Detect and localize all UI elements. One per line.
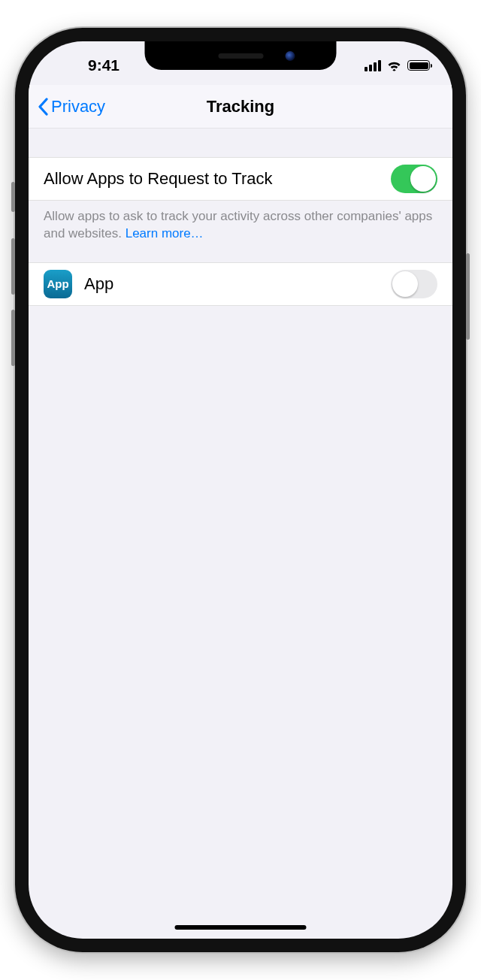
side-button bbox=[11, 182, 15, 212]
nav-bar: Privacy Tracking bbox=[29, 85, 452, 129]
speaker-grille bbox=[218, 53, 263, 59]
status-indicators bbox=[325, 56, 430, 71]
notch bbox=[145, 41, 337, 70]
page-title: Tracking bbox=[207, 97, 274, 116]
volume-down-button bbox=[11, 310, 15, 366]
battery-icon bbox=[407, 60, 430, 71]
allow-tracking-toggle[interactable] bbox=[391, 165, 437, 193]
front-camera bbox=[286, 51, 295, 61]
back-button[interactable]: Privacy bbox=[38, 97, 105, 116]
toggle-knob bbox=[392, 271, 418, 297]
volume-up-button bbox=[11, 238, 15, 295]
cellular-icon bbox=[365, 60, 381, 71]
allow-tracking-row: Allow Apps to Request to Track bbox=[29, 157, 452, 201]
wifi-icon bbox=[386, 60, 402, 71]
content-area: Allow Apps to Request to Track Allow app… bbox=[29, 129, 452, 306]
screen: 9:41 bbox=[29, 41, 452, 939]
app-tracking-toggle[interactable] bbox=[391, 270, 437, 298]
learn-more-link[interactable]: Learn more… bbox=[126, 226, 204, 240]
app-icon: App bbox=[44, 270, 72, 298]
toggle-knob bbox=[410, 166, 436, 192]
status-time: 9:41 bbox=[51, 52, 156, 74]
back-label: Privacy bbox=[51, 97, 105, 116]
phone-frame: 9:41 bbox=[15, 28, 466, 952]
app-icon-text: App bbox=[47, 277, 68, 290]
chevron-left-icon bbox=[38, 98, 48, 116]
home-indicator[interactable] bbox=[175, 925, 307, 930]
app-label: App bbox=[84, 274, 391, 294]
allow-tracking-footer: Allow apps to ask to track your activity… bbox=[29, 201, 452, 262]
allow-tracking-label: Allow Apps to Request to Track bbox=[44, 169, 391, 189]
footer-text: Allow apps to ask to track your activity… bbox=[44, 209, 432, 240]
app-row: App App bbox=[29, 262, 452, 306]
power-button bbox=[466, 253, 470, 340]
